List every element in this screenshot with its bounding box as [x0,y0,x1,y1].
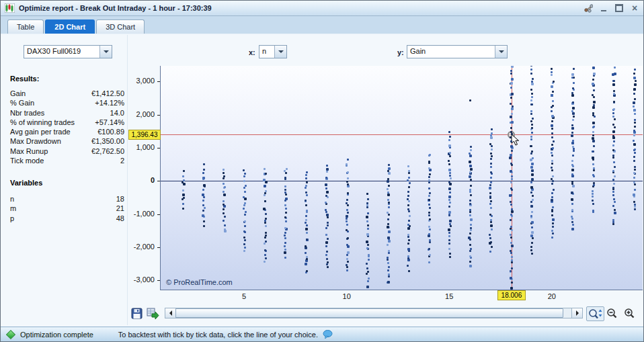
scatter-point[interactable] [327,196,329,198]
scatter-point[interactable] [571,218,573,220]
scatter-point[interactable] [571,191,573,194]
scatter-point[interactable] [634,119,636,121]
scatter-point[interactable] [448,160,450,162]
scatter-point[interactable] [326,214,329,216]
scatter-point[interactable] [490,219,492,221]
chevron-down-icon[interactable] [99,46,112,58]
share-icon[interactable] [583,3,593,13]
scatter-point[interactable] [327,266,329,268]
scatter-point[interactable] [491,246,493,248]
scatter-point[interactable] [347,183,349,185]
scatter-point[interactable] [593,104,595,106]
scatter-point[interactable] [264,185,266,187]
scatter-point[interactable] [448,199,450,201]
scatter-point[interactable] [490,207,492,209]
scatter-point[interactable] [408,270,410,272]
scatter-point[interactable] [450,225,452,227]
scatter-point[interactable] [305,263,307,265]
scatter-point[interactable] [325,195,327,197]
scatter-point[interactable] [531,127,533,129]
scatter-point[interactable] [407,236,409,238]
scatter-point[interactable] [612,179,614,181]
scatter-point[interactable] [551,152,553,154]
scatter-point[interactable] [449,172,451,174]
scatter-point[interactable] [429,239,431,241]
scatter-point[interactable] [244,202,246,204]
scatter-point[interactable] [469,244,471,246]
scatter-point[interactable] [571,73,574,76]
scatter-point[interactable] [614,118,616,120]
scatter-point[interactable] [633,201,635,203]
scatter-point[interactable] [551,144,553,146]
scatter-point[interactable] [366,267,368,269]
scroll-right-icon[interactable] [571,308,582,318]
scatter-point[interactable] [346,229,348,231]
save-button[interactable] [130,307,143,320]
scatter-point[interactable] [469,214,471,216]
scatter-point[interactable] [408,210,410,212]
scatter-point[interactable] [368,277,370,280]
scatter-point[interactable] [387,218,389,220]
scatter-point[interactable] [347,192,349,194]
scatter-point[interactable] [510,140,512,142]
scatter-point[interactable] [428,226,430,228]
scatter-point[interactable] [552,218,555,221]
scatter-point[interactable] [387,281,390,284]
scatter-point[interactable] [243,250,245,252]
scatter-point[interactable] [305,174,307,176]
scatter-point[interactable] [469,232,471,234]
scatter-point[interactable] [572,155,574,157]
scatter-point[interactable] [305,228,308,230]
scatter-point[interactable] [265,218,267,220]
scatter-point[interactable] [346,258,348,260]
scatter-point[interactable] [551,192,553,194]
scatter-point[interactable] [469,250,471,252]
scatter-point[interactable] [612,221,614,223]
scatter-point[interactable] [530,73,532,75]
scatter-point[interactable] [612,112,614,114]
scatter-point[interactable] [387,178,389,180]
scatter-point[interactable] [510,204,512,206]
scatter-point[interactable] [613,101,615,103]
scatter-point[interactable] [407,255,409,257]
scatter-point[interactable] [346,202,348,204]
scatter-point[interactable] [551,110,553,112]
scatter-point[interactable] [284,245,286,247]
scatter-point[interactable] [306,270,308,272]
scatter-point[interactable] [511,150,513,152]
scatter-point[interactable] [592,83,594,85]
scatter-point[interactable] [612,223,614,225]
scatter-point[interactable] [530,205,533,208]
scatter-point[interactable] [633,105,635,108]
scatter-point[interactable] [409,215,411,217]
scatter-point[interactable] [490,181,492,183]
scatter-point[interactable] [593,184,595,186]
scatter-point[interactable] [592,112,594,114]
scatter-point[interactable] [530,89,532,91]
scatter-point[interactable] [264,168,266,170]
scatter-point[interactable] [490,166,492,168]
scatter-point[interactable] [614,126,616,128]
scatter-point[interactable] [510,242,512,244]
scatter-point[interactable] [552,91,554,93]
scatter-point[interactable] [367,212,369,214]
scatter-point[interactable] [408,172,410,174]
scatter-point[interactable] [468,237,471,239]
scatter-point[interactable] [366,204,368,206]
scatter-point[interactable] [592,190,594,192]
scatter-point[interactable] [491,155,493,157]
scatter-point[interactable] [612,205,614,207]
scatter-point[interactable] [367,271,369,273]
scatter-point[interactable] [571,132,573,134]
maximize-button[interactable] [614,3,624,13]
scatter-point[interactable] [634,83,637,86]
scatter-point[interactable] [592,210,594,212]
scatter-point[interactable] [530,191,532,194]
scatter-point[interactable] [347,230,349,232]
scatter-point[interactable] [470,224,472,226]
scatter-point[interactable] [510,127,512,129]
scatter-point[interactable] [553,81,555,83]
scatter-point[interactable] [325,254,327,256]
scatter-point[interactable] [367,228,369,230]
scatter-point[interactable] [429,218,431,220]
